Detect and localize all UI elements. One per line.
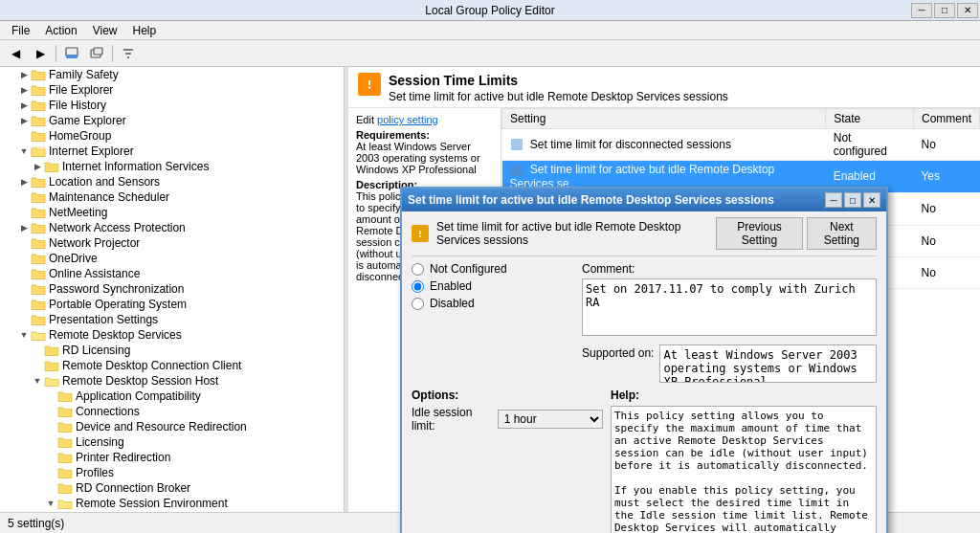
radio-enabled-input[interactable] bbox=[412, 280, 424, 293]
tree-item-family-safety[interactable]: ▶ Family Safety bbox=[0, 67, 344, 82]
radio-group-configuration: Not Configured Enabled Disabled bbox=[412, 262, 574, 310]
tree-item-printer[interactable]: Printer Redirection bbox=[0, 450, 344, 465]
next-setting-button[interactable]: Next Setting bbox=[807, 217, 877, 250]
expand-icon bbox=[17, 298, 31, 311]
tree-item-location[interactable]: ▶ Location and Sensors bbox=[0, 174, 344, 189]
tree-item-file-history[interactable]: ▶ File History bbox=[0, 98, 344, 113]
back-button[interactable]: ◀ bbox=[4, 43, 27, 64]
tree-item-profiles[interactable]: Profiles bbox=[0, 465, 344, 480]
folder-icon bbox=[31, 221, 46, 234]
tree-item-presentation[interactable]: Presentation Settings bbox=[0, 312, 344, 327]
app-title: Local Group Policy Editor bbox=[425, 4, 554, 17]
idle-session-row: Idle session limit: 1 hour 30 minutes 2 … bbox=[412, 406, 603, 433]
folder-icon bbox=[44, 359, 59, 372]
menu-view[interactable]: View bbox=[85, 22, 125, 39]
tree-item-rdcc[interactable]: Remote Desktop Connection Client bbox=[0, 358, 344, 373]
filter-button[interactable] bbox=[117, 43, 140, 64]
radio-disabled-input[interactable] bbox=[412, 298, 424, 310]
svg-point-17 bbox=[419, 235, 421, 237]
idle-session-select[interactable]: 1 hour 30 minutes 2 hours 3 hours Never bbox=[498, 410, 603, 429]
menu-file[interactable]: File bbox=[4, 22, 37, 39]
options-label: Options: bbox=[412, 389, 603, 402]
tree-label: Maintenance Scheduler bbox=[49, 190, 169, 204]
policy-setting-link[interactable]: policy setting bbox=[377, 114, 438, 125]
forward-button[interactable]: ▶ bbox=[29, 43, 52, 64]
setting-icon bbox=[510, 164, 523, 177]
tree-item-device[interactable]: Device and Resource Redirection bbox=[0, 419, 344, 434]
folder-icon bbox=[44, 344, 59, 357]
radio-not-configured[interactable]: Not Configured bbox=[412, 262, 574, 276]
tree-item-connections[interactable]: Connections bbox=[0, 404, 344, 419]
tree-item-rdsh[interactable]: ▼ Remote Desktop Session Host bbox=[0, 373, 344, 389]
folder-icon bbox=[57, 389, 73, 403]
tree-item-licensing[interactable]: Licensing bbox=[0, 434, 344, 450]
tree-label: Presentation Settings bbox=[49, 313, 158, 326]
folder-icon bbox=[31, 190, 46, 204]
tree-item-remote-session[interactable]: ▼ Remote Session Environment bbox=[0, 496, 344, 511]
folder-icon bbox=[31, 252, 46, 265]
edit-policy-row: Edit policy setting bbox=[356, 114, 493, 125]
tree-item-password[interactable]: Password Synchronization bbox=[0, 281, 344, 297]
dialog-icon bbox=[412, 225, 429, 242]
tree-item-portable[interactable]: Portable Operating System bbox=[0, 297, 344, 312]
tree-item-security[interactable]: Security bbox=[0, 511, 344, 512]
dialog-close-button[interactable]: ✕ bbox=[863, 192, 880, 208]
idle-session-label: Idle session limit: bbox=[412, 406, 492, 433]
expand-icon bbox=[44, 451, 57, 464]
requirements-section: Requirements: At least Windows Server 20… bbox=[356, 129, 493, 175]
expand-icon: ▼ bbox=[44, 497, 57, 510]
radio-disabled[interactable]: Disabled bbox=[412, 297, 574, 310]
radio-not-configured-input[interactable] bbox=[412, 263, 424, 276]
col-setting[interactable]: Setting bbox=[502, 109, 826, 129]
help-textarea[interactable]: This policy setting allows you to specif… bbox=[611, 406, 877, 533]
col-state[interactable]: State bbox=[826, 109, 914, 129]
tree-label: Network Access Protection bbox=[49, 221, 186, 234]
dialog-title: Set time limit for active but idle Remot… bbox=[408, 193, 774, 207]
dialog-maximize-button[interactable]: □ bbox=[844, 192, 861, 208]
radio-enabled[interactable]: Enabled bbox=[412, 279, 574, 293]
tree-item-ie[interactable]: ▼ Internet Explorer bbox=[0, 144, 344, 159]
folder-icon-open bbox=[44, 374, 59, 388]
tree-label: Internet Information Services bbox=[62, 160, 209, 173]
new-window-button[interactable] bbox=[85, 43, 108, 64]
tree-item-iis[interactable]: ▶ Internet Information Services bbox=[0, 159, 344, 174]
maximize-button[interactable]: □ bbox=[934, 3, 955, 18]
tree-item-game-explorer[interactable]: ▶ Game Explorer bbox=[0, 113, 344, 128]
col-comment[interactable]: Comment bbox=[913, 109, 979, 129]
expand-icon bbox=[17, 267, 31, 280]
tree-item-online[interactable]: Online Assistance bbox=[0, 266, 344, 281]
tree-item-projector[interactable]: Network Projector bbox=[0, 235, 344, 251]
tree-item-onedrive[interactable]: OneDrive bbox=[0, 251, 344, 266]
folder-icon bbox=[31, 298, 46, 311]
section-subtitle: Set time limit for active but idle Remot… bbox=[389, 90, 728, 103]
tree-item-rdl[interactable]: RD Licensing bbox=[0, 343, 344, 358]
tree-label: Online Assistance bbox=[49, 267, 140, 280]
folder-icon bbox=[57, 420, 73, 433]
previous-setting-button[interactable]: Previous Setting bbox=[716, 217, 803, 250]
tree-item-rdcb[interactable]: RD Connection Broker bbox=[0, 480, 344, 496]
dialog-minimize-button[interactable]: ─ bbox=[825, 192, 842, 208]
comment-label: Comment: bbox=[582, 262, 877, 276]
tree-item-netmeeting[interactable]: NetMeeting bbox=[0, 205, 344, 220]
menu-action[interactable]: Action bbox=[37, 22, 84, 39]
tree-item-maintenance[interactable]: Maintenance Scheduler bbox=[0, 189, 344, 205]
close-button[interactable]: ✕ bbox=[957, 3, 978, 18]
tree-item-rds[interactable]: ▼ Remote Desktop Services bbox=[0, 327, 344, 343]
section-title: Session Time Limits bbox=[389, 73, 728, 88]
comment-textarea[interactable]: Set on 2017.11.07 to comply with Zurich … bbox=[582, 278, 877, 336]
tree-label: Network Projector bbox=[49, 236, 140, 250]
dialog-set-time-limit[interactable]: Set time limit for active but idle Remot… bbox=[400, 187, 888, 533]
tree-item-nap[interactable]: ▶ Network Access Protection bbox=[0, 220, 344, 235]
tree-item-file-explorer[interactable]: ▶ File Explorer bbox=[0, 82, 344, 98]
tree-label: Game Explorer bbox=[49, 114, 126, 127]
row-comment: Yes bbox=[913, 161, 979, 193]
menu-help[interactable]: Help bbox=[125, 22, 165, 39]
title-bar: Local Group Policy Editor ─ □ ✕ bbox=[0, 0, 980, 21]
up-button[interactable] bbox=[60, 43, 83, 64]
tree-item-homegroup[interactable]: HomeGroup bbox=[0, 128, 344, 144]
tree-item-app-compat[interactable]: Application Compatibility bbox=[0, 389, 344, 404]
supported-textarea[interactable]: At least Windows Server 2003 operating s… bbox=[659, 344, 877, 383]
expand-icon bbox=[31, 344, 44, 357]
table-row[interactable]: Set time limit for disconnected sessions… bbox=[502, 129, 980, 161]
minimize-button[interactable]: ─ bbox=[911, 3, 932, 18]
